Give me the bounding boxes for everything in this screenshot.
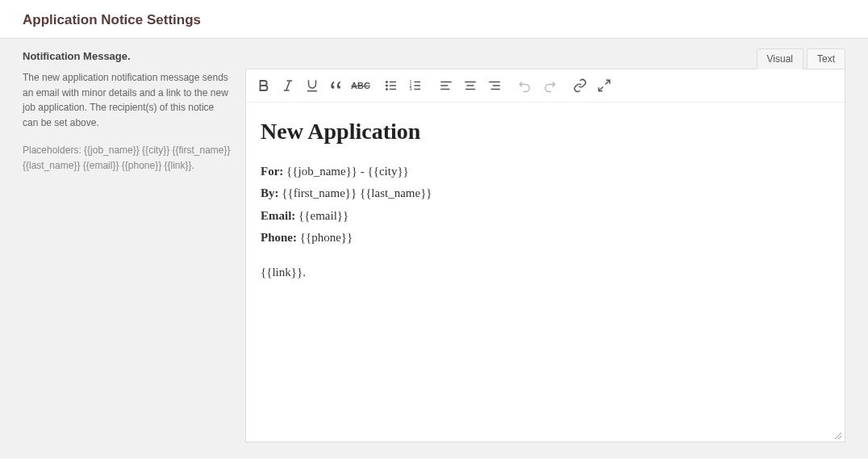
content-panel: Notification Message. The new applicatio…	[0, 38, 868, 459]
strikethrough-button[interactable]: ABC	[349, 74, 372, 97]
list-ol-icon: 123	[408, 78, 423, 93]
tab-text[interactable]: Text	[807, 48, 845, 69]
editor-content[interactable]: New Application For: {{job_name}} - {{ci…	[246, 103, 845, 442]
link-button[interactable]	[569, 74, 591, 97]
svg-point-8	[386, 85, 388, 86]
editor-line: For: {{job_name}} - {{city}}	[261, 162, 830, 181]
link-icon	[573, 78, 587, 93]
fullscreen-button[interactable]	[593, 74, 616, 97]
quote-icon	[329, 78, 344, 93]
align-left-button[interactable]	[435, 74, 457, 97]
sidebar: Notification Message. The new applicatio…	[23, 50, 231, 442]
sidebar-heading: Notification Message.	[23, 50, 231, 62]
numbered-list-button[interactable]: 123	[404, 74, 427, 97]
redo-icon	[542, 78, 557, 93]
redo-button[interactable]	[538, 74, 561, 97]
svg-point-7	[386, 82, 388, 83]
align-left-icon	[439, 78, 453, 93]
list-ul-icon	[384, 78, 399, 93]
align-center-button[interactable]	[459, 74, 482, 97]
italic-button[interactable]	[277, 74, 299, 97]
editor-frame: ABC 123	[245, 69, 845, 442]
editor-line: {{link}}.	[261, 263, 830, 282]
bulleted-list-button[interactable]	[380, 74, 403, 97]
svg-text:3: 3	[410, 86, 412, 91]
editor-mode-tabs: Visual Text	[245, 48, 845, 69]
align-right-button[interactable]	[483, 74, 506, 97]
bold-icon	[257, 78, 271, 93]
undo-button[interactable]	[514, 74, 536, 97]
editor-line: Email: {{email}}	[261, 207, 830, 225]
blockquote-button[interactable]	[325, 74, 348, 97]
resize-handle[interactable]	[833, 430, 843, 440]
underline-button[interactable]	[301, 74, 323, 97]
svg-point-9	[386, 89, 388, 90]
page-title: Application Notice Settings	[0, 0, 868, 38]
align-right-icon	[487, 78, 502, 93]
sidebar-placeholders: Placeholders: {{job_name}} {{city}} {{fi…	[23, 143, 231, 173]
editor-line: By: {{first_name}} {{last_name}}	[261, 184, 830, 203]
sidebar-description: The new application notification message…	[23, 70, 231, 130]
editor-heading: New Application	[261, 119, 830, 145]
editor-line: Phone: {{phone}}	[261, 228, 830, 247]
align-center-icon	[463, 78, 478, 93]
italic-icon	[281, 78, 295, 93]
svg-line-25	[606, 80, 610, 84]
undo-icon	[518, 78, 532, 93]
tab-visual[interactable]: Visual	[757, 48, 803, 69]
bold-button[interactable]	[252, 74, 275, 97]
underline-icon	[305, 78, 319, 93]
expand-icon	[597, 78, 611, 93]
editor-toolbar: ABC 123	[246, 69, 845, 103]
svg-line-26	[599, 87, 603, 91]
resize-icon	[833, 431, 843, 441]
svg-line-2	[286, 81, 290, 90]
editor-wrap: Visual Text ABC	[245, 48, 845, 442]
